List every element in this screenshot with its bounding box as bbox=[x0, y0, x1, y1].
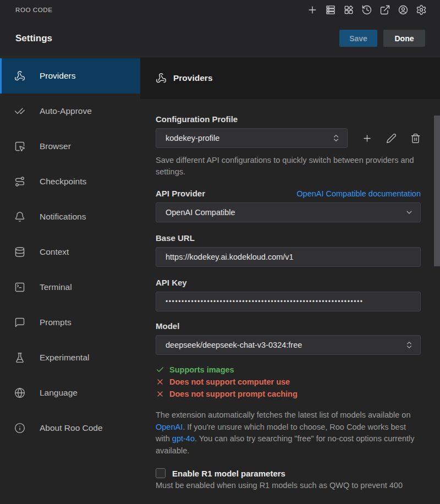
model-label: Model bbox=[156, 321, 421, 331]
delete-profile-button[interactable] bbox=[410, 133, 421, 144]
route-icon bbox=[14, 176, 25, 187]
x-icon bbox=[156, 390, 164, 398]
marketplace-icon[interactable] bbox=[343, 4, 354, 15]
sidebar-item-label: Language bbox=[40, 388, 78, 398]
chevron-down-icon bbox=[405, 208, 414, 217]
capability-text: Does not support computer use bbox=[169, 377, 290, 386]
sidebar-item-label: Auto-Approve bbox=[40, 106, 92, 116]
sidebar-item-label: Prompts bbox=[40, 317, 72, 327]
api-key-masked-value: ••••••••••••••••••••••••••••••••••••••••… bbox=[166, 298, 414, 305]
sidebar-item-auto-approve[interactable]: Auto-Approve bbox=[0, 94, 140, 129]
square-terminal-icon bbox=[14, 282, 25, 293]
base-url-input[interactable]: https://kodekey.ai.kodekloud.com/v1 bbox=[156, 247, 421, 267]
r1-checkbox[interactable] bbox=[156, 468, 166, 478]
sidebar-item-providers[interactable]: Providers bbox=[0, 58, 140, 94]
check-icon bbox=[156, 365, 164, 374]
top-bar: ROO CODE bbox=[0, 0, 440, 20]
api-provider-label: API Provider bbox=[156, 189, 205, 198]
x-icon bbox=[156, 377, 164, 386]
capability-row: Supports images bbox=[156, 364, 421, 376]
model-capabilities: Supports imagesDoes not support computer… bbox=[156, 364, 421, 400]
capability-text: Does not support prompt caching bbox=[169, 390, 298, 398]
sidebar-item-experimental[interactable]: Experimental bbox=[0, 340, 140, 375]
webhook-icon bbox=[14, 70, 25, 81]
history-icon[interactable] bbox=[361, 4, 372, 15]
save-button[interactable]: Save bbox=[339, 30, 377, 47]
sidebar-item-context[interactable]: Context bbox=[0, 234, 140, 270]
settings-header: Settings Save Done bbox=[0, 20, 440, 57]
sidebar-item-label: Notifications bbox=[40, 212, 86, 222]
api-key-label: API Key bbox=[156, 278, 421, 287]
pencil-icon bbox=[386, 133, 397, 144]
config-profile-description: Save different API configurations to qui… bbox=[156, 155, 421, 178]
api-provider-doc-link[interactable]: OpenAI Compatible documentation bbox=[296, 189, 421, 198]
settings-gear-icon[interactable] bbox=[416, 4, 427, 15]
add-profile-button[interactable] bbox=[362, 133, 372, 144]
app-title: ROO CODE bbox=[15, 7, 52, 13]
flask-conical-icon bbox=[14, 352, 25, 363]
database-icon bbox=[14, 246, 25, 258]
globe-icon bbox=[14, 387, 25, 398]
inline-link[interactable]: OpenAI bbox=[156, 423, 183, 431]
api-provider-select[interactable]: OpenAI Compatible bbox=[156, 202, 421, 222]
chevrons-up-down-icon bbox=[405, 341, 414, 349]
done-button[interactable]: Done bbox=[383, 30, 425, 47]
plus-icon bbox=[362, 133, 372, 144]
square-mouse-pointer-icon bbox=[14, 141, 25, 152]
config-profile-label: Configuration Profile bbox=[156, 114, 421, 124]
sidebar-item-label: Context bbox=[40, 247, 69, 257]
note-text: . You can also try searching "free" for … bbox=[156, 434, 415, 455]
mcp-servers-icon[interactable] bbox=[325, 4, 336, 15]
check-check-icon bbox=[14, 106, 25, 117]
providers-icon bbox=[156, 73, 167, 84]
new-task-icon[interactable] bbox=[307, 4, 318, 15]
sidebar-item-about-roo-code[interactable]: About Roo Code bbox=[0, 410, 140, 446]
config-profile-select[interactable]: kodekey-profile bbox=[156, 128, 348, 148]
bell-icon bbox=[14, 211, 25, 222]
sidebar-item-label: Experimental bbox=[40, 353, 89, 363]
info-icon bbox=[14, 423, 25, 434]
sidebar-item-label: Terminal bbox=[40, 282, 72, 292]
trash-icon bbox=[410, 133, 421, 144]
sidebar-item-browser[interactable]: Browser bbox=[0, 129, 140, 164]
note-text: The extension automatically fetches the … bbox=[156, 410, 410, 419]
model-note: The extension automatically fetches the … bbox=[156, 409, 421, 457]
sidebar-item-notifications[interactable]: Notifications bbox=[0, 199, 140, 234]
sidebar-item-terminal[interactable]: Terminal bbox=[0, 270, 140, 305]
base-url-label: Base URL bbox=[156, 233, 421, 243]
sidebar-item-prompts[interactable]: Prompts bbox=[0, 305, 140, 340]
message-square-icon bbox=[14, 317, 25, 328]
capability-row: Does not support prompt caching bbox=[156, 388, 421, 400]
page-title: Settings bbox=[15, 33, 52, 44]
model-value: deepseek/deepseek-chat-v3-0324:free bbox=[166, 341, 405, 349]
sidebar-item-language[interactable]: Language bbox=[0, 375, 140, 410]
r1-description: Must be enabled when using R1 models suc… bbox=[156, 481, 421, 490]
main-pane: Providers Configuration Profile kodekey-… bbox=[140, 57, 440, 503]
sidebar-item-label: About Roo Code bbox=[40, 423, 103, 433]
base-url-value: https://kodekey.ai.kodekloud.com/v1 bbox=[166, 253, 414, 261]
inline-link[interactable]: gpt-4o bbox=[172, 434, 195, 443]
edit-profile-button[interactable] bbox=[386, 133, 397, 144]
open-in-editor-icon[interactable] bbox=[380, 4, 391, 15]
top-bar-icons bbox=[307, 4, 427, 15]
api-provider-value: OpenAI Compatible bbox=[166, 208, 405, 217]
section-title: Providers bbox=[173, 73, 213, 83]
chevrons-up-down-icon bbox=[332, 134, 340, 143]
vertical-scrollbar[interactable] bbox=[434, 116, 440, 266]
capability-row: Does not support computer use bbox=[156, 376, 421, 388]
model-select[interactable]: deepseek/deepseek-chat-v3-0324:free bbox=[156, 335, 421, 355]
capability-text: Supports images bbox=[169, 365, 234, 374]
settings-sidebar: ProvidersAuto-ApproveBrowserCheckpointsN… bbox=[0, 57, 140, 503]
r1-label: Enable R1 model parameters bbox=[172, 469, 285, 478]
sidebar-item-label: Browser bbox=[40, 141, 71, 151]
sidebar-item-label: Checkpoints bbox=[40, 177, 86, 187]
account-icon[interactable] bbox=[398, 4, 409, 15]
section-header: Providers bbox=[140, 57, 440, 99]
sidebar-item-label: Providers bbox=[40, 71, 75, 81]
sidebar-item-checkpoints[interactable]: Checkpoints bbox=[0, 164, 140, 199]
config-profile-value: kodekey-profile bbox=[166, 134, 332, 143]
api-key-input[interactable]: ••••••••••••••••••••••••••••••••••••••••… bbox=[156, 292, 421, 311]
